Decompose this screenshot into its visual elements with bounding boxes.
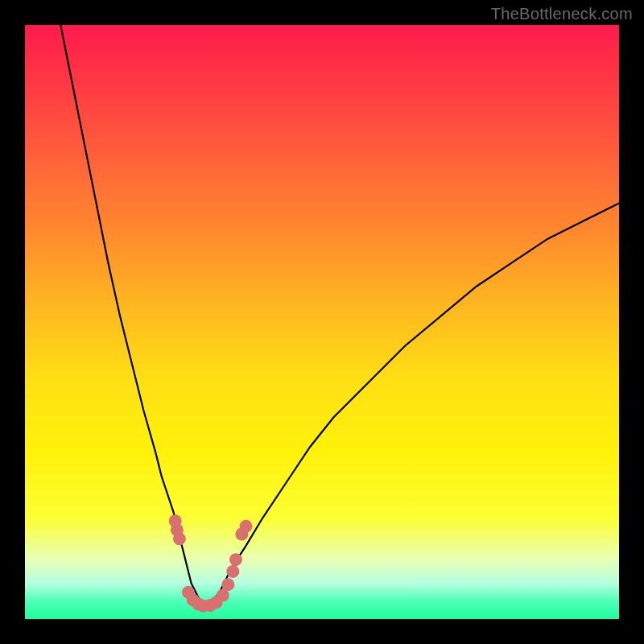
data-markers bbox=[169, 514, 253, 613]
curve-right-branch bbox=[206, 203, 619, 607]
data-marker bbox=[229, 553, 242, 566]
data-marker bbox=[221, 578, 234, 591]
curve-left-branch bbox=[60, 25, 206, 607]
data-marker bbox=[240, 520, 253, 533]
watermark-text: TheBottleneck.com bbox=[491, 5, 633, 23]
chart-frame: TheBottleneck.com bbox=[0, 0, 644, 644]
plot-area bbox=[25, 25, 619, 619]
data-marker bbox=[173, 532, 186, 545]
data-marker bbox=[226, 565, 239, 578]
chart-svg bbox=[25, 25, 619, 619]
